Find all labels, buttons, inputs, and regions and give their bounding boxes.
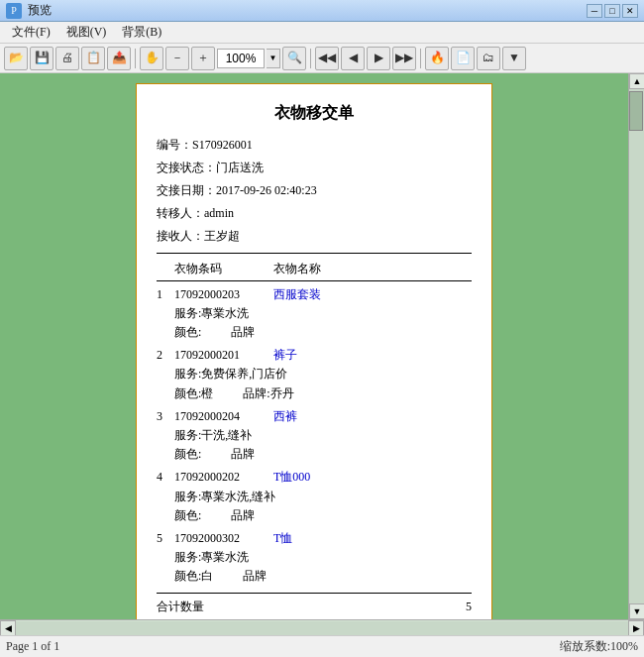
- item-color-brand-3: 颜色: 品牌: [174, 445, 472, 464]
- zoom-info: 缩放系数:100%: [560, 638, 638, 655]
- zoom-out-button[interactable]: －: [165, 47, 189, 70]
- menu-file[interactable]: 文件(F): [4, 22, 58, 43]
- print-button[interactable]: 🖨: [55, 47, 79, 70]
- item-row-5: 5 17092000302 T恤: [157, 529, 472, 548]
- hand-tool-button[interactable]: ✋: [140, 47, 163, 70]
- col-num-header: [157, 260, 174, 278]
- item-barcode-3: 17092000204: [174, 407, 273, 426]
- first-page-button[interactable]: ◀◀: [315, 47, 339, 70]
- separator-1: [135, 49, 136, 68]
- item-service-1: 服务:專業水洗: [174, 304, 472, 323]
- item-service-5: 服务:專業水洗: [174, 548, 472, 567]
- title-bar: P 预览 ─ □ ✕: [0, 0, 644, 22]
- list-item: 3 17092000204 西裤 服务:干洗,缝补 颜色: 品牌: [157, 407, 472, 465]
- next-page-button[interactable]: ▶: [367, 47, 390, 70]
- zhuanyi-label: 转移人：: [157, 206, 204, 220]
- copy-button[interactable]: 📋: [81, 47, 105, 70]
- scroll-track-v[interactable]: [629, 89, 644, 603]
- item-color-val-4: 颜色:: [174, 508, 201, 522]
- summary-row: 合计数量 5: [157, 593, 472, 616]
- item-barcode-5: 17092000302: [174, 529, 273, 548]
- divider-1: [157, 253, 472, 254]
- item-service-2: 服务:免费保养,门店价: [174, 365, 472, 383]
- scroll-right-button[interactable]: ▶: [628, 620, 644, 636]
- summary-label: 合计数量: [157, 598, 204, 616]
- menu-bar: 文件(F) 视图(V) 背景(B): [0, 22, 644, 44]
- item-name-4: T恤000: [273, 468, 472, 487]
- panel-button[interactable]: 🗂: [477, 47, 500, 70]
- item-barcode-1: 17092000203: [174, 285, 273, 304]
- item-num-1: 1: [157, 285, 174, 304]
- field-jieshou: 接收人：王岁超: [157, 227, 472, 246]
- item-brand-val-2: 品牌:乔丹: [243, 386, 293, 400]
- list-item: 1 17092000203 西服套装 服务:專業水洗 颜色: 品牌: [157, 285, 472, 343]
- list-item: 4 17092000202 T恤000 服务:專業水洗,缝补 颜色: 品牌: [157, 468, 472, 525]
- zoom-fit-button[interactable]: 🔍: [282, 47, 306, 70]
- last-page-button[interactable]: ▶▶: [392, 47, 416, 70]
- menu-view[interactable]: 视图(V): [58, 22, 115, 43]
- item-color-brand-4: 颜色: 品牌: [174, 506, 472, 525]
- open-button[interactable]: 📂: [4, 47, 28, 70]
- item-num-5: 5: [157, 529, 174, 548]
- content-scroll[interactable]: 衣物移交单 编号：S170926001 交接状态：门店送洗 交接日期：2017-…: [0, 73, 628, 619]
- field-jiaojie: 交接状态：门店送洗: [157, 159, 472, 177]
- main-area: 衣物移交单 编号：S170926001 交接状态：门店送洗 交接日期：2017-…: [0, 73, 644, 619]
- scroll-thumb-v[interactable]: [629, 91, 643, 131]
- item-service-4: 服务:專業水洗,缝补: [174, 488, 472, 506]
- table-header: 衣物条码 衣物名称: [157, 260, 472, 281]
- item-color-val-2: 颜色:橙: [174, 386, 213, 400]
- jiaojie-value: 门店送洗: [216, 161, 264, 174]
- item-barcode-2: 17092000201: [174, 346, 273, 365]
- field-zhuanyi: 转移人：admin: [157, 204, 472, 223]
- minimize-button[interactable]: ─: [587, 4, 602, 18]
- window-controls: ─ □ ✕: [587, 4, 638, 18]
- item-color-brand-1: 颜色: 品牌: [174, 323, 472, 342]
- close-button[interactable]: ✕: [622, 4, 638, 18]
- field-bianhao: 编号：S170926001: [157, 136, 472, 155]
- zoom-input[interactable]: [217, 49, 265, 68]
- prev-page-button[interactable]: ◀: [341, 47, 365, 70]
- bianhao-value: S170926001: [192, 138, 253, 152]
- item-color-val-1: 颜色:: [174, 325, 201, 339]
- vertical-scrollbar[interactable]: ▲ ▼: [628, 73, 644, 619]
- horizontal-scrollbar[interactable]: ◀ ▶: [0, 619, 644, 635]
- item-row-3: 3 17092000204 西裤: [157, 407, 472, 426]
- page-info: Page 1 of 1: [6, 639, 560, 654]
- zhuanyi-value: admin: [204, 206, 234, 220]
- document-title: 衣物移交单: [157, 100, 472, 126]
- app-icon: P: [6, 3, 22, 19]
- item-num-3: 3: [157, 407, 174, 426]
- highlight-button[interactable]: 🔥: [425, 47, 449, 70]
- date-label: 交接日期：: [157, 183, 216, 197]
- scroll-track-h[interactable]: [16, 621, 628, 635]
- item-color-brand-5: 颜色:白 品牌: [174, 567, 472, 586]
- bianhao-label: 编号：: [157, 138, 192, 152]
- separator-2: [310, 49, 311, 68]
- scroll-down-button[interactable]: ▼: [629, 603, 644, 619]
- list-item: 5 17092000302 T恤 服务:專業水洗 颜色:白 品牌: [157, 529, 472, 587]
- jieshou-label: 接收人：: [157, 229, 204, 243]
- restore-button[interactable]: □: [604, 4, 620, 18]
- col-barcode-header: 衣物条码: [174, 260, 273, 278]
- item-name-3: 西裤: [273, 407, 472, 426]
- doc-button[interactable]: 📄: [451, 47, 475, 70]
- zoom-in-button[interactable]: ＋: [191, 47, 215, 70]
- window-title: 预览: [28, 2, 587, 19]
- jiaojie-label: 交接状态：: [157, 161, 216, 174]
- toolbar: 📂 💾 🖨 📋 📤 ✋ － ＋ ▼ 🔍 ◀◀ ◀ ▶ ▶▶ 🔥 📄 🗂 ▼: [0, 44, 644, 73]
- item-service-3: 服务:干洗,缝补: [174, 426, 472, 445]
- field-date: 交接日期：2017-09-26 02:40:23: [157, 181, 472, 200]
- export-button[interactable]: 📤: [107, 47, 131, 70]
- menu-background[interactable]: 背景(B): [114, 22, 169, 43]
- zoom-dropdown-button[interactable]: ▼: [267, 49, 280, 68]
- item-barcode-4: 17092000202: [174, 468, 273, 487]
- more-button[interactable]: ▼: [502, 47, 526, 70]
- item-row-2: 2 17092000201 裤子: [157, 346, 472, 365]
- separator-3: [420, 49, 421, 68]
- col-name-header: 衣物名称: [273, 260, 472, 278]
- scroll-up-button[interactable]: ▲: [629, 73, 644, 89]
- status-bar: Page 1 of 1 缩放系数:100%: [0, 635, 644, 657]
- jieshou-value: 王岁超: [204, 229, 240, 243]
- save-button[interactable]: 💾: [30, 47, 54, 70]
- scroll-left-button[interactable]: ◀: [0, 620, 16, 636]
